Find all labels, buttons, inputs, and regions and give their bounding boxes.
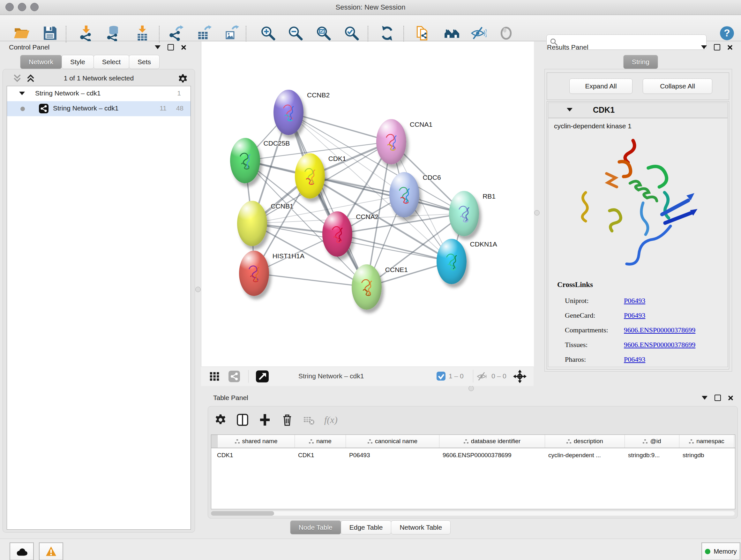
tab-edge-table[interactable]: Edge Table: [341, 520, 392, 535]
import-table-file-button[interactable]: [133, 24, 151, 42]
hide-details-button[interactable]: [470, 24, 488, 42]
open-session-button[interactable]: [13, 24, 30, 42]
selected-checkbox-icon[interactable]: [436, 372, 446, 381]
network-node-hist1h1a[interactable]: [239, 251, 269, 296]
collapse-all-button[interactable]: Collapse All: [643, 78, 712, 94]
crosslink-label: Uniprot:: [565, 294, 624, 308]
panel-close-icon[interactable]: [728, 395, 733, 401]
tab-select[interactable]: Select: [93, 55, 129, 69]
crosslink-link[interactable]: P06493: [624, 311, 645, 319]
cloud-status-button[interactable]: [10, 543, 34, 560]
panel-float-icon[interactable]: [702, 396, 708, 400]
column-header-shared-name[interactable]: shared name: [218, 435, 295, 448]
grid-view-icon[interactable]: [209, 371, 220, 381]
save-session-button[interactable]: [41, 24, 59, 42]
tab-style[interactable]: Style: [62, 55, 94, 69]
table-cell[interactable]: stringdb:9...: [625, 448, 679, 462]
network-node-ccne1[interactable]: [352, 264, 382, 310]
panel-float-icon[interactable]: [701, 45, 707, 49]
save-icon: [42, 25, 58, 41]
gene-group-header[interactable]: CDK1: [548, 103, 728, 118]
table-cell[interactable]: stringdb: [679, 448, 734, 462]
tab-sets[interactable]: Sets: [129, 55, 159, 69]
column-header-canonical-name[interactable]: canonical name: [346, 435, 440, 448]
crosslink-link[interactable]: 9606.ENSP00000378699: [624, 326, 695, 334]
export-network-button[interactable]: [166, 24, 185, 42]
crosslink-link[interactable]: P06493: [624, 297, 645, 305]
zoom-selected-button[interactable]: [343, 24, 360, 42]
column-header-database-identifier[interactable]: database identifier: [440, 435, 545, 448]
column-header-namespac[interactable]: namespac: [679, 435, 734, 448]
column-header--id[interactable]: @id: [625, 435, 679, 448]
network-node-ccnb1[interactable]: [237, 201, 267, 246]
vertical-splitter-handle[interactable]: [195, 287, 201, 292]
network-node-cdk1[interactable]: [295, 153, 325, 199]
network-collection-row[interactable]: String Network – cdk1 1: [7, 86, 191, 101]
panel-close-icon[interactable]: [727, 45, 733, 50]
show-details-button[interactable]: [497, 24, 515, 42]
help-icon: ?: [719, 25, 735, 41]
horizontal-scrollbar[interactable]: [211, 511, 735, 516]
tab-node-table[interactable]: Node Table: [290, 520, 341, 535]
row-selector-header: [211, 435, 218, 448]
table-row[interactable]: CDK1CDK1P064939606.ENSP00000378699cyclin…: [211, 448, 735, 462]
hidden-items-icon: [477, 372, 488, 381]
panel-float-icon[interactable]: [155, 45, 160, 49]
panel-maximize-icon[interactable]: [714, 44, 720, 51]
expand-all-button[interactable]: Expand All: [569, 78, 632, 94]
share-view-icon[interactable]: [228, 371, 240, 382]
fit-content-icon[interactable]: [513, 370, 527, 383]
table-cell[interactable]: 9606.ENSP00000378699: [440, 448, 545, 462]
network-node-cdc25b[interactable]: [230, 138, 260, 183]
table-cell[interactable]: cyclin-dependent ...: [545, 448, 625, 462]
column-header-name[interactable]: name: [295, 435, 346, 448]
import-network-file-button[interactable]: [77, 24, 95, 42]
network-canvas[interactable]: CCNB2CCNA1CDC25BCDK1CDC6RB1CCNB1CCNA2CDK…: [201, 42, 534, 367]
tab-network[interactable]: Network: [20, 55, 62, 69]
network-node-rb1[interactable]: [449, 191, 479, 236]
help-button[interactable]: ?: [718, 24, 736, 42]
node-label: CCNA1: [410, 121, 432, 128]
share-document-button[interactable]: [414, 24, 431, 42]
results-scroll-area[interactable]: CDK1 cyclin-dependent kinase 1: [547, 101, 729, 369]
add-column-icon[interactable]: [259, 414, 271, 426]
zoom-out-button[interactable]: [286, 24, 305, 42]
table-cell[interactable]: P06493: [346, 448, 440, 462]
panel-maximize-icon[interactable]: [167, 44, 174, 51]
crosslink-link[interactable]: 9606.ENSP00000378699: [624, 341, 695, 349]
network-node-ccnb2[interactable]: [273, 90, 304, 135]
vertical-splitter-handle[interactable]: [534, 210, 540, 215]
table-cell[interactable]: CDK1: [214, 448, 295, 462]
group-collapse-icon[interactable]: [567, 108, 572, 111]
import-network-database-button[interactable]: [104, 24, 122, 42]
export-image-button[interactable]: [222, 24, 240, 42]
collection-expand-icon[interactable]: [19, 91, 25, 95]
tab-string[interactable]: String: [623, 55, 658, 69]
delete-column-icon[interactable]: [281, 414, 293, 426]
zoom-in-button[interactable]: [259, 24, 277, 42]
network-node-ccna1[interactable]: [376, 119, 406, 165]
column-header-description[interactable]: description: [545, 435, 625, 448]
zoom-fit-button[interactable]: [315, 24, 333, 42]
network-node-cdkn1a[interactable]: [436, 239, 467, 284]
warnings-button[interactable]: [39, 543, 63, 560]
tab-network-table[interactable]: Network Table: [391, 520, 451, 535]
table-cell[interactable]: CDK1: [295, 448, 346, 462]
crosslink-link[interactable]: P06493: [624, 355, 645, 363]
network-node-cdc6[interactable]: [389, 172, 419, 217]
memory-button[interactable]: Memory: [701, 543, 740, 560]
gene-name: CDK1: [593, 105, 615, 115]
network-row[interactable]: String Network – cdk1 11 48: [7, 101, 191, 116]
panel-maximize-icon[interactable]: [715, 395, 721, 401]
show-columns-icon[interactable]: [236, 414, 249, 426]
network-node-ccna2[interactable]: [322, 211, 352, 257]
string-home-button[interactable]: [443, 24, 461, 42]
scrollbar-thumb[interactable]: [211, 511, 274, 516]
birdseye-view-icon[interactable]: [255, 370, 269, 383]
table-options-gear-icon[interactable]: [214, 414, 226, 426]
refresh-button[interactable]: [378, 24, 396, 42]
toolbar-separator: [246, 26, 246, 43]
panel-close-icon[interactable]: [181, 45, 186, 50]
export-table-button[interactable]: [195, 24, 212, 42]
options-gear-icon[interactable]: [178, 74, 188, 84]
